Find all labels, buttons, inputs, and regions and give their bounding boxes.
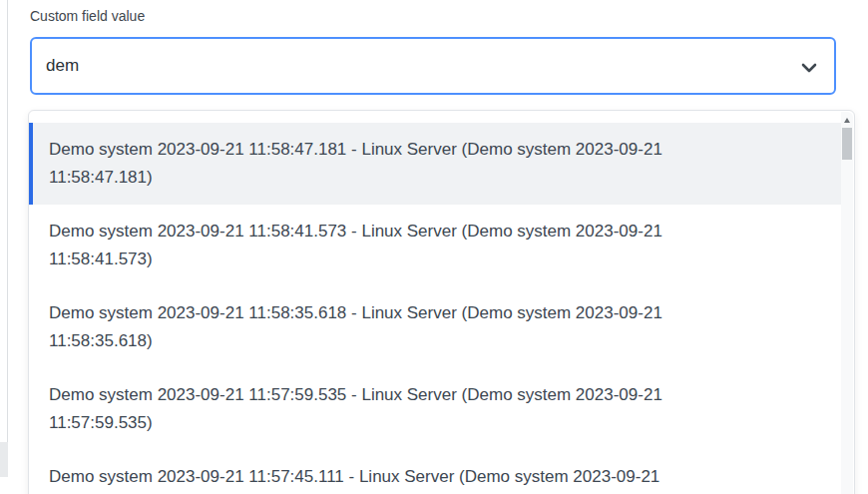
options-list: Demo system 2023-09-21 11:58:47.181 - Li… [29,111,841,494]
option-text-line2: 11:58:35.618) [49,327,821,355]
option-text-line1: Demo system 2023-09-21 11:58:41.573 - Li… [49,218,821,246]
option-text-line1: Demo system 2023-09-21 11:57:45.111 - Li… [49,463,821,491]
page-edge-line [7,0,8,477]
option-item[interactable]: Demo system 2023-09-21 11:58:47.181 - Li… [29,123,841,205]
screen: Custom field value Demo system 2023-09-2… [0,0,868,494]
page-edge-block [0,442,8,477]
option-text-line2: 11:58:47.181) [49,164,821,192]
option-item[interactable]: Demo system 2023-09-21 11:57:45.111 - Li… [29,450,841,494]
dropdown-listbox: Demo system 2023-09-21 11:58:47.181 - Li… [28,110,855,494]
option-text-line1: Demo system 2023-09-21 11:57:59.535 - Li… [49,381,821,409]
option-text-line1: Demo system 2023-09-21 11:58:47.181 - Li… [49,136,821,164]
option-item[interactable]: Demo system 2023-09-21 11:58:35.618 - Li… [29,286,841,368]
scroll-up-arrow-icon[interactable] [844,118,850,123]
scrollbar[interactable] [841,112,853,494]
option-text-line2: 11:58:41.573) [49,246,821,273]
option-item[interactable]: Demo system 2023-09-21 11:57:59.535 - Li… [29,368,841,450]
option-text-line1: Demo system 2023-09-21 11:58:35.618 - Li… [49,299,821,327]
custom-field-value-input[interactable] [30,37,836,95]
scrollbar-thumb[interactable] [842,128,852,160]
custom-field-value-label: Custom field value [30,7,145,25]
chevron-down-icon[interactable] [799,58,819,78]
option-text-line2: 11:57:59.535) [49,409,821,437]
option-item[interactable]: Demo system 2023-09-21 11:58:41.573 - Li… [29,205,841,286]
